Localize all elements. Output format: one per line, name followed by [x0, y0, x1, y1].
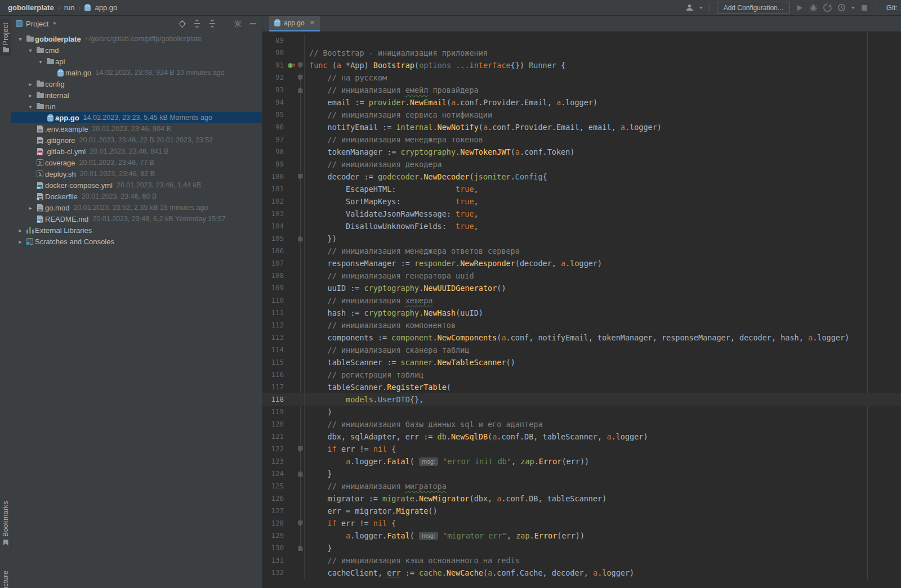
stripe-project-button[interactable]: Project — [0, 19, 11, 56]
code-line-115[interactable]: 115 tableScanner := scanner.NewTableScan… — [262, 356, 901, 369]
code-line-97[interactable]: 97 // инициализация менеджера токенов — [262, 133, 901, 146]
line-number[interactable]: 93 — [262, 84, 287, 96]
tree-item-internal[interactable]: ▸internal — [11, 89, 262, 101]
code-line-90[interactable]: 90// Bootstrap - инициализация приложени… — [262, 47, 901, 59]
tree-item-config[interactable]: ▸config — [11, 78, 262, 89]
line-number[interactable]: 99 — [262, 158, 287, 170]
code-line-103[interactable]: 103 ValidateJsonRawMessage: true, — [262, 208, 901, 220]
code-line-126[interactable]: 126 migrator := migrate.NewMigrator(dbx,… — [262, 492, 901, 505]
git-widget-label[interactable]: Git: — [886, 3, 898, 12]
code-line-109[interactable]: 109 uuID := cryptography.NewUUIDGenerato… — [262, 282, 901, 294]
breadcrumb-item[interactable]: run — [64, 3, 75, 12]
code-line-113[interactable]: 113 components := component.NewComponent… — [262, 331, 901, 344]
tree-chevron-icon[interactable]: ▸ — [26, 81, 35, 87]
hide-panel-icon[interactable] — [248, 19, 257, 28]
code-line-107[interactable]: 107 responseManager := responder.NewResp… — [262, 257, 901, 270]
code-line-120[interactable]: 120 // инициализация базы данных sql и е… — [262, 418, 901, 430]
line-number[interactable]: 92 — [262, 71, 287, 84]
tree-item-api[interactable]: ▾api — [11, 56, 262, 67]
run-icon[interactable] — [795, 3, 804, 12]
line-number[interactable]: 103 — [262, 208, 287, 220]
line-number[interactable]: 106 — [262, 245, 287, 257]
line-number[interactable]: 109 — [262, 282, 287, 294]
fold-end-icon[interactable] — [298, 236, 303, 241]
settings-gear-icon[interactable] — [233, 19, 242, 28]
code-line-93[interactable]: 93 // инициализация емейл провайдера — [262, 84, 901, 96]
line-number[interactable]: 124 — [262, 468, 287, 480]
code-line-105[interactable]: 105 }) — [262, 232, 901, 245]
fold-end-icon[interactable] — [298, 471, 303, 477]
tree-chevron-icon[interactable]: ▾ — [36, 59, 45, 65]
line-number[interactable]: 96 — [262, 121, 287, 133]
stripe-structure-button[interactable]: Structure — [0, 571, 11, 588]
profiler-icon[interactable] — [837, 3, 846, 12]
code-line-122[interactable]: 122 if err != nil { — [262, 443, 901, 455]
fold-end-icon[interactable] — [298, 87, 303, 93]
code-line-101[interactable]: 101 EscapeHTML: true, — [262, 183, 901, 195]
tree-item-external-libraries[interactable]: ▸External Libraries — [11, 225, 262, 236]
tree-item-deploy-sh[interactable]: deploy.sh20.01.2023, 23:46, 82 B — [11, 168, 262, 179]
tree-item-dockerfile[interactable]: DDockerfile20.01.2023, 23:46, 60 B — [11, 191, 262, 202]
line-number[interactable]: 122 — [262, 443, 287, 455]
code-line-117[interactable]: 117 tableScanner.RegisterTable( — [262, 381, 901, 393]
line-number[interactable]: 125 — [262, 480, 287, 492]
tree-item-main-go[interactable]: main.go14.02.2023, 23:08, 924 B 10 minut… — [11, 67, 262, 78]
code-line-102[interactable]: 102 SortMapKeys: true, — [262, 195, 901, 208]
line-number[interactable]: 119 — [262, 406, 287, 418]
tree-item-docker-compose-yml[interactable]: DCdocker-compose.yml20.01.2023, 23:46, 1… — [11, 179, 262, 191]
code-line-124[interactable]: 124 } — [262, 468, 901, 480]
code-line-118[interactable]: 118 models.UserDTO{}, — [262, 393, 901, 406]
project-panel-title[interactable]: Project — [26, 20, 48, 28]
line-number[interactable]: 104 — [262, 220, 287, 232]
collapse-all-icon[interactable] — [208, 19, 217, 28]
code-line-116[interactable]: 116 // регистрация таблиц — [262, 369, 901, 381]
fold-end-icon[interactable] — [298, 545, 303, 551]
user-menu-caret-icon[interactable] — [699, 7, 703, 9]
code-line-121[interactable]: 121 dbx, sqlAdapter, err := db.NewSqlDB(… — [262, 430, 901, 443]
code-line-130[interactable]: 130 } — [262, 542, 901, 554]
line-number[interactable]: 120 — [262, 418, 287, 430]
close-tab-icon[interactable]: ✕ — [310, 19, 315, 26]
tree-item-coverage[interactable]: coverage20.01.2023, 23:46, 77 B — [11, 157, 262, 168]
code-line-114[interactable]: 114 // инициализация сканера таблиц — [262, 344, 901, 356]
tree-chevron-icon[interactable]: ▸ — [26, 92, 35, 98]
code-line-95[interactable]: 95 // инициализация сервиса нотификации — [262, 109, 901, 121]
expand-all-icon[interactable] — [193, 19, 202, 28]
line-number[interactable]: 118 — [262, 393, 287, 406]
tree-item--gitlab-ci-yml[interactable]: YML.gitlab-ci.yml20.01.2023, 23:46, 841 … — [11, 146, 262, 157]
code-line-98[interactable]: 98 tokenManager := cryptography.NewToken… — [262, 146, 901, 158]
line-number[interactable]: 112 — [262, 319, 287, 331]
line-number[interactable]: 126 — [262, 492, 287, 505]
code-line-125[interactable]: 125 // инициализация мигратора — [262, 480, 901, 492]
tree-chevron-icon[interactable]: ▸ — [16, 239, 25, 245]
breadcrumb-item[interactable]: goboilerplate — [8, 3, 54, 12]
tree-chevron-icon[interactable]: ▾ — [26, 47, 35, 53]
tree-chevron-icon[interactable]: ▸ — [26, 205, 35, 211]
line-number[interactable]: 132 — [262, 567, 287, 579]
code-line-123[interactable]: 123 a.logger.Fatal( msg: "error init db"… — [262, 455, 901, 468]
fold-start-icon[interactable] — [298, 75, 303, 80]
fold-start-icon[interactable] — [298, 520, 303, 526]
tree-item--env-example[interactable]: .env.example20.01.2023, 23:46, 904 B — [11, 123, 262, 134]
line-number[interactable]: 131 — [262, 554, 287, 567]
line-number[interactable]: 130 — [262, 542, 287, 554]
tree-item--gitignore[interactable]: .gitignore20.01.2023, 23:46, 22 B 20.01.… — [11, 134, 262, 146]
code-line-94[interactable]: 94 email := provider.NewEmail(a.conf.Pro… — [262, 96, 901, 109]
tree-item-run[interactable]: ▾run — [11, 101, 262, 112]
line-number[interactable]: 102 — [262, 195, 287, 208]
coverage-icon[interactable] — [823, 3, 832, 12]
tree-chevron-icon[interactable]: ▾ — [26, 104, 35, 110]
tree-item-goboilerplate[interactable]: ▾goboilerplate~/go/src/gitlab.com/ptflp/… — [11, 33, 262, 44]
line-number[interactable]: 123 — [262, 455, 287, 468]
code-line-110[interactable]: 110 // инициализация хешера — [262, 294, 901, 307]
tree-item-readme-md[interactable]: MDREADME.md20.01.2023, 23:48, 6,2 kB Yes… — [11, 213, 262, 225]
code-line-99[interactable]: 99 // инициализация декодера — [262, 158, 901, 170]
user-icon[interactable] — [685, 3, 694, 12]
code-line-89[interactable]: 89 — [262, 34, 901, 47]
line-number[interactable]: 128 — [262, 517, 287, 529]
tree-item-go-mod[interactable]: ▸go.mod20.01.2023, 23:52, 2,35 kB 15 min… — [11, 202, 262, 213]
implements-gutter-icon[interactable]: I↑ — [287, 59, 296, 71]
locate-file-icon[interactable] — [177, 19, 186, 28]
line-number[interactable]: 111 — [262, 307, 287, 319]
code-editor[interactable]: 8990// Bootstrap - инициализация приложе… — [262, 32, 901, 579]
